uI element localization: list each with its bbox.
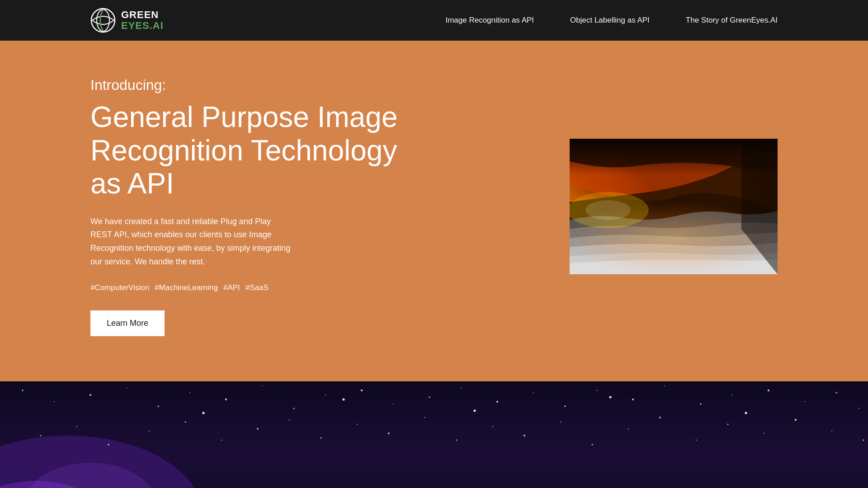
svg-point-45 [289, 419, 290, 420]
svg-point-12 [22, 389, 24, 391]
svg-point-36 [836, 392, 837, 393]
svg-point-25 [461, 388, 462, 389]
svg-point-44 [257, 428, 259, 430]
hero-title: General Purpose Image Recognition Techno… [90, 101, 407, 201]
hero-content: Introducing: General Purpose Image Recog… [90, 77, 407, 336]
svg-point-34 [768, 389, 769, 391]
hero-intro: Introducing: [90, 77, 407, 94]
svg-point-51 [492, 426, 493, 427]
hero-tags: #ComputerVision #MachineLearning #API #S… [90, 283, 407, 292]
svg-point-61 [831, 431, 832, 432]
nav-link-object-labelling[interactable]: Object Labelling as API [570, 16, 650, 25]
svg-point-53 [560, 422, 561, 422]
svg-point-38 [40, 435, 42, 436]
svg-point-46 [321, 437, 322, 438]
svg-point-1 [97, 9, 109, 31]
brand-line1: GREEN [121, 9, 164, 20]
hero-image [570, 139, 778, 274]
svg-point-56 [659, 417, 661, 418]
svg-point-23 [393, 404, 394, 404]
brand-line2: EYES.AI [121, 20, 164, 31]
svg-point-52 [524, 435, 525, 436]
svg-point-0 [91, 9, 115, 32]
svg-point-39 [76, 426, 77, 427]
svg-point-22 [361, 389, 363, 391]
svg-point-60 [795, 419, 797, 421]
tag-computer-vision[interactable]: #ComputerVision [90, 283, 149, 292]
hero-section: Introducing: General Purpose Image Recog… [0, 41, 868, 381]
svg-point-18 [225, 399, 227, 400]
svg-point-20 [293, 408, 295, 409]
svg-point-15 [126, 388, 127, 389]
svg-point-40 [108, 444, 109, 446]
logo[interactable]: GREEN EYES.AI [90, 8, 164, 33]
svg-point-19 [262, 385, 263, 386]
svg-point-30 [632, 399, 634, 400]
nav-links: Image Recognition as API Object Labellin… [445, 16, 778, 25]
svg-point-14 [90, 394, 91, 396]
svg-point-55 [628, 428, 629, 429]
svg-point-62 [863, 439, 864, 441]
svg-point-32 [700, 403, 702, 404]
svg-point-31 [664, 385, 665, 386]
svg-point-29 [596, 390, 597, 391]
svg-point-64 [343, 398, 345, 400]
hero-image-svg [570, 139, 778, 274]
stars [0, 381, 868, 488]
learn-more-button[interactable]: Learn More [90, 310, 165, 336]
navbar: GREEN EYES.AI Image Recognition as API O… [0, 0, 868, 41]
svg-point-33 [732, 394, 733, 395]
svg-point-13 [54, 401, 55, 402]
svg-point-59 [764, 433, 764, 434]
hero-description: We have created a fast and reliable Plug… [90, 215, 294, 269]
svg-point-66 [609, 396, 612, 398]
svg-point-28 [565, 405, 566, 407]
svg-point-54 [592, 444, 593, 445]
nav-link-story[interactable]: The Story of GreenEyes.AI [686, 16, 778, 25]
svg-point-67 [745, 412, 747, 414]
svg-point-16 [158, 405, 159, 407]
svg-point-37 [859, 408, 859, 409]
svg-point-50 [456, 439, 458, 441]
svg-point-63 [203, 412, 205, 414]
stars-svg [0, 381, 868, 488]
svg-point-47 [357, 424, 358, 425]
svg-point-35 [804, 401, 805, 402]
tag-saas[interactable]: #SaaS [245, 283, 269, 292]
hero-image-area [570, 139, 778, 274]
svg-point-43 [221, 440, 222, 441]
svg-point-48 [388, 432, 390, 434]
tag-machine-learning[interactable]: #MachineLearning [155, 283, 218, 292]
svg-point-26 [496, 401, 498, 403]
svg-point-6 [585, 200, 631, 220]
brand-name: GREEN EYES.AI [121, 9, 164, 31]
svg-point-42 [185, 421, 186, 422]
svg-point-21 [325, 394, 326, 395]
svg-point-41 [149, 431, 150, 432]
nav-link-image-recognition[interactable]: Image Recognition as API [445, 16, 534, 25]
svg-point-49 [425, 417, 425, 418]
bottom-section [0, 381, 868, 488]
svg-point-24 [429, 396, 430, 398]
svg-point-17 [189, 392, 190, 393]
svg-point-57 [696, 440, 697, 441]
svg-point-27 [533, 392, 534, 393]
svg-point-58 [727, 423, 729, 425]
logo-icon [90, 8, 116, 33]
svg-point-65 [474, 409, 476, 412]
tag-api[interactable]: #API [223, 283, 240, 292]
